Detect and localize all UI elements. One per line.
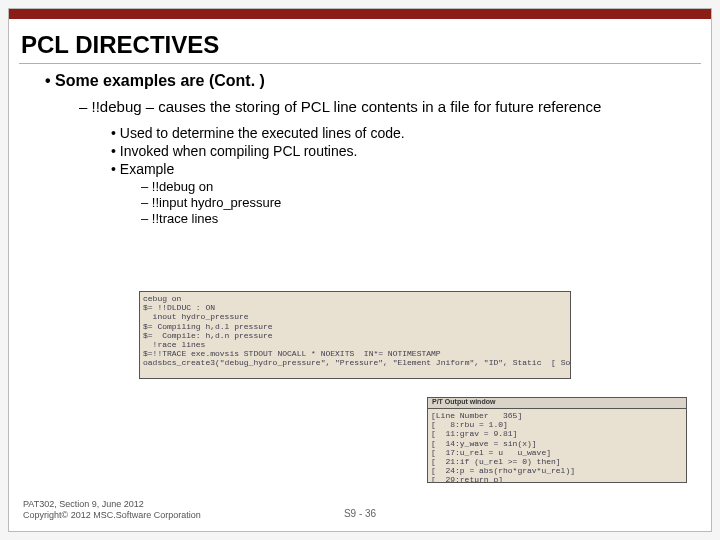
code-box-2: P/T Output window[Line Number 365] [ 8:r… [427,397,687,483]
bullet-lvl3: Used to determine the executed lines of … [111,125,687,141]
bullet-lvl1: Some examples are (Cont. ) [45,72,687,90]
slide-title: PCL DIRECTIVES [9,19,711,63]
bullet-lvl4: !!input hydro_pressure [141,195,687,210]
slide: PCL DIRECTIVES Some examples are (Cont. … [8,8,712,532]
footer: PAT302, Section 9, June 2012 Copyright© … [23,499,201,521]
bullet-lvl4: !!debug on [141,179,687,194]
bullet-lvl3: Invoked when compiling PCL routines. [111,143,687,159]
content-area: Some examples are (Cont. ) !!debug – cau… [9,72,711,226]
footer-line: PAT302, Section 9, June 2012 [23,499,201,510]
page-number: S9 - 36 [344,508,376,519]
code-content: [Line Number 365] [ 8:rbu = 1.0] [ 11:gr… [431,411,575,483]
code-content: cebug on $= !!DLDUC : ON inout hydro_pre… [143,294,571,379]
bullet-lvl3: Example [111,161,687,177]
bullet-lvl2: !!debug – causes the storing of PCL line… [79,98,687,117]
footer-line: Copyright© 2012 MSC.Software Corporation [23,510,201,521]
code-box-title: P/T Output window [428,398,686,409]
bullet-lvl4: !!trace lines [141,211,687,226]
code-box-1: cebug on $= !!DLDUC : ON inout hydro_pre… [139,291,571,379]
divider [19,63,701,64]
header-bar [9,9,711,19]
